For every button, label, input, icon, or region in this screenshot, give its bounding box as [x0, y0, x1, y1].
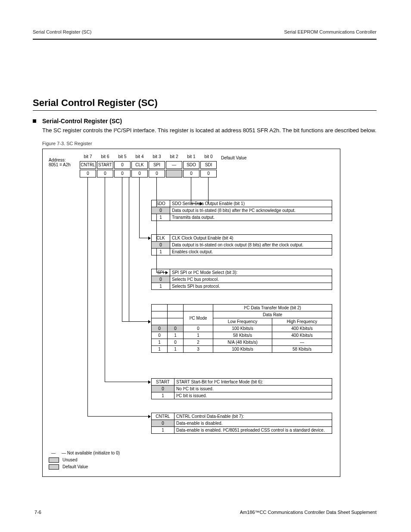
table-sdo: SDOSDO Serial Data Output Enable (bit 1)…	[151, 200, 332, 221]
page-footer: 7-6 Am186™CC Communications Controller D…	[34, 510, 377, 515]
bit-def-2	[166, 170, 182, 177]
address-label: Address: 8051 = A2h	[49, 158, 79, 167]
body-paragraph: The SC register controls the I²C/SPI int…	[42, 126, 377, 135]
title-rule	[33, 110, 377, 111]
legend-dash-text: — Not available (initialize to 0)	[62, 451, 120, 455]
bit-def-5: 0	[114, 170, 131, 177]
bit-name-1: SDO	[183, 161, 199, 169]
header-rule	[33, 39, 377, 40]
bit-head-3: bit 3	[149, 154, 165, 159]
section-title: Serial Control Register (SC)	[33, 97, 377, 109]
footer-mid: Am186™CC Communications Controller Data …	[240, 510, 377, 515]
bit-head-4: bit 4	[131, 154, 148, 159]
register-diagram: Address: 8051 = A2h bit 7 bit 6 bit 5 bi…	[42, 149, 340, 477]
bullet-title: Serial-Control Register (SC)	[42, 118, 122, 124]
legend: — — Not available (initialize to 0) Unus…	[49, 450, 120, 470]
running-head-right: Serial EEPROM Communications Controller	[284, 29, 377, 34]
table-cntrl: CNTRLCNTRL Control Data-Enable (bit 7): …	[151, 413, 332, 434]
table-clk: CLKCLK Clock Output Enable (bit 4) 0Data…	[151, 234, 332, 255]
bit-name-4: CLK	[131, 161, 148, 169]
legend-default-text: Default Value	[62, 464, 88, 469]
bit-def-4: 0	[131, 170, 148, 177]
table-spi: SPISPI SPI or I²C Mode Select (bit 3): 0…	[151, 269, 332, 290]
bit-name-0: SDI	[200, 161, 217, 169]
bit-name-7: CNTRL	[80, 161, 96, 169]
running-head-left: Serial Control Register (SC)	[33, 29, 91, 34]
legend-swatch-icon	[49, 457, 59, 463]
bit-head-0: bit 0	[200, 154, 217, 159]
bit-name-2: —	[166, 161, 182, 169]
bit-name-5: 0	[114, 161, 131, 169]
table-start: STARTSTART Start-Bit for I²C Interface M…	[151, 378, 332, 399]
bit-name-3: SPI	[149, 161, 165, 169]
bit-name-6: START	[97, 161, 113, 169]
default-value-label: Default Value	[221, 156, 246, 160]
bit-def-6: 0	[97, 170, 113, 177]
table-i2c-rate: I²C Data Transfer Mode (bit 2) I²C Mode …	[151, 304, 332, 353]
bit-head-6: bit 6	[97, 154, 113, 159]
bit-head-7: bit 7	[80, 154, 96, 159]
bit-def-1: 0	[183, 170, 199, 177]
bit-def-0: 0	[200, 170, 217, 177]
legend-unused-text: Unused	[62, 457, 77, 462]
legend-default-icon	[49, 464, 59, 470]
footer-left: 7-6	[34, 510, 41, 515]
bit-head-1: bit 1	[183, 154, 199, 159]
bit-def-7: 0	[80, 170, 96, 177]
bit-head-5: bit 5	[114, 154, 131, 159]
figure-caption: Figure 7-3. SC Register	[42, 141, 377, 146]
bit-head-2: bit 2	[166, 154, 182, 159]
bit-def-3: 0	[149, 170, 165, 177]
bullet-icon	[33, 119, 36, 123]
